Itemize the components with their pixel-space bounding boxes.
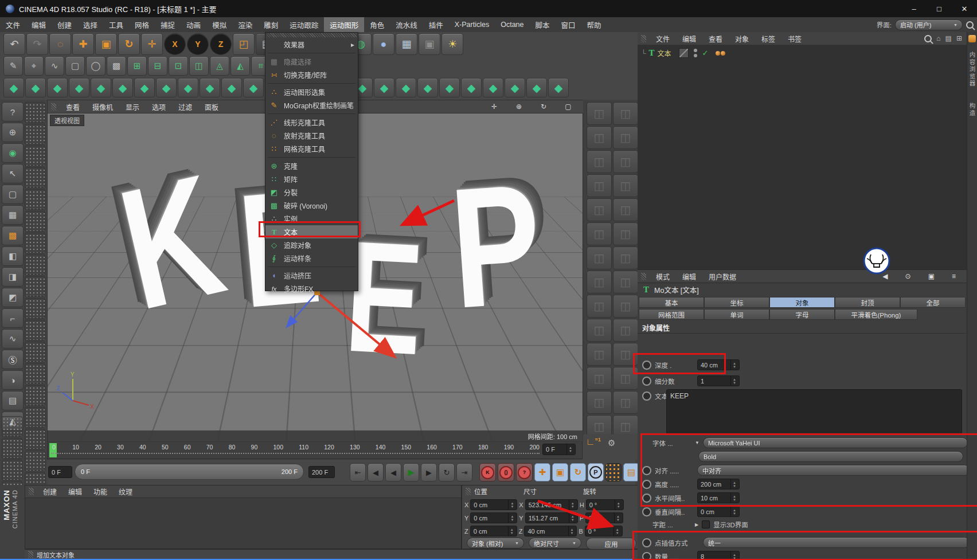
menu-item[interactable]: 工具 — [103, 17, 129, 32]
palette-icon[interactable] — [25, 102, 45, 123]
key-options-button[interactable]: ? — [516, 463, 533, 481]
palette-icon[interactable] — [25, 429, 45, 449]
mograph-deformer-icon[interactable]: ◆ — [112, 78, 133, 97]
record-position-button[interactable]: ✚ — [534, 463, 550, 481]
material-menu-item[interactable]: 创建 — [37, 487, 62, 496]
palette-icon[interactable] — [25, 298, 45, 319]
dock-command-icon[interactable] — [587, 126, 612, 149]
panel-grip[interactable] — [51, 103, 56, 111]
object-manager-menu-item[interactable]: 文件 — [650, 34, 676, 44]
menu-item[interactable]: 窗口 — [556, 17, 581, 32]
dock-command-icon[interactable] — [613, 271, 638, 293]
menu-item-effectors[interactable]: 效果器 — [265, 38, 358, 51]
mograph-deformer-icon[interactable]: ◆ — [243, 78, 264, 97]
dock-tool-icon[interactable]: ↖ — [2, 164, 24, 183]
toolbar-icon[interactable]: ⊞ — [127, 56, 147, 76]
object-manager-menu-item[interactable]: 标签 — [755, 34, 781, 44]
toolbar-icon[interactable]: ↻ — [118, 33, 140, 55]
toolbar-icon[interactable]: ✛ — [141, 33, 163, 55]
palette-icon[interactable] — [25, 276, 45, 297]
spinner-icon[interactable] — [730, 376, 736, 386]
menu-item[interactable]: 渲染 — [232, 17, 258, 32]
height-field[interactable]: 200 cm — [697, 479, 740, 489]
palette-icon[interactable] — [2, 416, 22, 437]
menu-item[interactable]: 网格 — [129, 17, 155, 32]
tab-coord[interactable]: 坐标 — [704, 297, 769, 308]
dock-tool-icon[interactable]: ∿ — [2, 329, 24, 348]
position-z-field[interactable]: 0 cm — [470, 526, 517, 536]
dock-command-icon[interactable] — [613, 102, 638, 125]
interpolation-dropdown[interactable]: 统一 — [703, 537, 970, 548]
transport-button[interactable]: ↻ — [439, 463, 455, 481]
position-x-field[interactable]: 0 cm — [470, 499, 517, 510]
tab-falloff[interactable]: 网格范围 — [639, 309, 704, 320]
font-family-dropdown[interactable]: Microsoft YaHei UI — [703, 437, 968, 448]
menu-item-matrix[interactable]: ∷矩阵 — [265, 173, 358, 186]
toolbar-icon[interactable]: ◫ — [189, 56, 209, 76]
panel-grip[interactable] — [29, 488, 34, 495]
toolbar-icon[interactable]: ◯ — [86, 56, 105, 76]
mograph-deformer-icon[interactable]: ◆ — [25, 78, 46, 97]
menu-item[interactable]: 编辑 — [26, 17, 52, 32]
palette-icon[interactable] — [25, 320, 45, 340]
palette-icon[interactable] — [25, 146, 45, 166]
size-x-field[interactable]: 523.145 cm — [525, 499, 578, 510]
object-manager-menu-item[interactable]: 查看 — [702, 34, 729, 44]
toolbar-icon[interactable]: ◰ — [233, 33, 255, 55]
dock-tool-icon[interactable]: ▦ — [2, 205, 24, 225]
menu-item[interactable]: 动画 — [181, 17, 206, 32]
menu-item[interactable]: 帮助 — [581, 17, 607, 32]
dock-tool-icon[interactable]: Ⓢ — [2, 350, 24, 369]
toolbar-icon[interactable]: ● — [373, 33, 394, 55]
menu-item[interactable]: 运动图形 — [324, 17, 364, 32]
toolbar-icon[interactable]: ↷ — [26, 33, 48, 55]
mograph-deformer-icon[interactable]: ◆ — [374, 78, 394, 97]
object-manager-menu-item[interactable]: 对象 — [729, 34, 755, 44]
position-y-field[interactable]: 0 cm — [470, 512, 517, 523]
text-content-field[interactable]: KEEP — [666, 389, 962, 434]
menu-item[interactable]: 角色 — [364, 17, 390, 32]
menu-item-voronoi-fracture[interactable]: ▩破碎 (Voronoi) — [265, 199, 358, 212]
attribute-panel-icon[interactable]: ⊙ — [899, 272, 917, 280]
panel-grip[interactable] — [641, 273, 646, 280]
mograph-deformer-icon[interactable]: ◆ — [200, 78, 220, 97]
transport-button[interactable]: ⇥ — [456, 463, 472, 481]
range-start-field[interactable]: 0 F — [48, 466, 72, 478]
dock-command-icon[interactable] — [587, 343, 612, 366]
dock-command-icon[interactable] — [613, 174, 638, 197]
toolbar-icon[interactable]: ◭ — [230, 56, 250, 76]
menu-item[interactable]: 插件 — [423, 17, 449, 32]
radio-icon[interactable] — [642, 391, 651, 401]
tab-caps[interactable]: 封顶 — [835, 297, 900, 308]
dock-command-icon[interactable] — [613, 198, 638, 221]
panel-grip[interactable] — [466, 488, 471, 495]
tab-basic[interactable]: 基本 — [639, 297, 704, 308]
layout-icon[interactable] — [968, 35, 976, 42]
spinner-icon[interactable] — [730, 551, 736, 560]
keyframe-presets-button[interactable]: ▤ — [623, 463, 639, 481]
viewport-nav-icon[interactable]: ▢ — [557, 102, 580, 111]
search-icon[interactable] — [924, 35, 932, 42]
mograph-tag-icon[interactable] — [716, 51, 725, 56]
panel-grip[interactable] — [28, 551, 33, 558]
mograph-deformer-icon[interactable]: ◆ — [47, 78, 68, 97]
dock-command-icon[interactable] — [613, 126, 638, 149]
object-tree[interactable]: └ T 文本 ✓ — [638, 45, 967, 269]
viewport-menu-item[interactable]: 查看 — [60, 102, 86, 112]
depth-field[interactable]: 40 cm — [697, 359, 740, 370]
mograph-deformer-icon[interactable]: ◆ — [439, 78, 460, 97]
record-parameter-button[interactable]: P — [588, 463, 604, 481]
toolbar-icon[interactable]: ⌖ — [24, 56, 44, 76]
object-name[interactable]: 文本 — [658, 48, 671, 58]
transport-button[interactable]: ◀ — [368, 463, 384, 481]
tab-all[interactable]: 全部 — [900, 297, 966, 308]
menu-item[interactable]: 脚本 — [530, 17, 556, 32]
mograph-deformer-icon[interactable]: ◆ — [221, 78, 242, 97]
show-3d-gui-checkbox[interactable] — [702, 520, 710, 528]
menu-item-swap-cloner-matrix[interactable]: ∺切换克隆/矩阵 — [265, 68, 358, 81]
toolbar-icon[interactable]: ☀ — [441, 33, 463, 55]
side-tab-label[interactable]: 内容浏览器 — [968, 52, 977, 88]
toolbar-icon[interactable]: ⊡ — [169, 56, 188, 76]
dock-command-icon[interactable] — [613, 367, 638, 390]
dock-command-icon[interactable] — [587, 271, 612, 293]
